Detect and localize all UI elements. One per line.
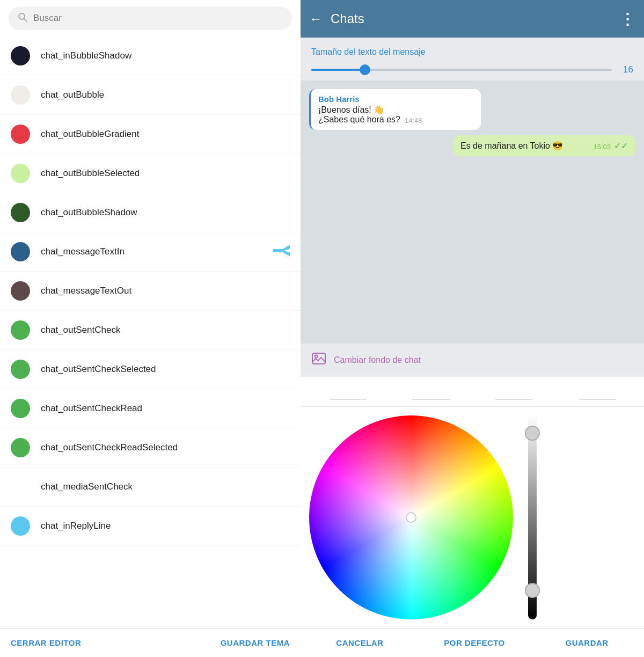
color-picker-section: 179 179 179 255 bbox=[301, 377, 644, 628]
alpha-input[interactable]: 255 bbox=[579, 385, 616, 400]
brightness-slider[interactable] bbox=[522, 415, 543, 619]
color-list-item[interactable]: chat_outSentCheckRead bbox=[0, 389, 301, 428]
rgba-inputs: 179 179 179 255 bbox=[301, 385, 644, 407]
alpha-input-group: 255 bbox=[576, 385, 619, 400]
left-panel: chat_inBubbleShadowchat_outBubblechat_ou… bbox=[0, 0, 301, 657]
color-wheel-container[interactable] bbox=[309, 415, 513, 619]
color-list-item[interactable]: chat_inReplyLine bbox=[0, 507, 301, 546]
green-input[interactable]: 179 bbox=[412, 385, 450, 400]
color-list-item[interactable]: chat_mediaSentCheck bbox=[0, 468, 301, 507]
color-list-item[interactable]: chat_outSentCheck bbox=[0, 311, 301, 350]
blue-input-group: 179 bbox=[493, 385, 536, 400]
more-button[interactable]: ⋮ bbox=[620, 10, 635, 28]
slider-value: 16 bbox=[618, 64, 633, 75]
color-dot bbox=[11, 164, 30, 183]
green-input-group: 179 bbox=[409, 385, 452, 400]
blue-input[interactable]: 179 bbox=[495, 385, 533, 400]
color-dot bbox=[11, 516, 30, 536]
color-list: chat_inBubbleShadowchat_outBubblechat_ou… bbox=[0, 36, 301, 628]
message-line1: ¡Buenos días! 👋 bbox=[318, 105, 473, 115]
settings-section: Tamaño del texto del mensaje 16 bbox=[301, 38, 644, 81]
color-dot bbox=[11, 46, 30, 65]
color-label: chat_inReplyLine bbox=[41, 521, 111, 531]
settings-title: Tamaño del texto del mensaje bbox=[311, 47, 633, 57]
bottom-bar-left: CERRAR EDITOR GUARDAR TEMA bbox=[0, 628, 301, 657]
reply-text: Es de mañana en Tokio 😎 bbox=[460, 141, 590, 151]
text-size-slider-track[interactable] bbox=[311, 69, 612, 71]
cerrar-editor-button[interactable]: CERRAR EDITOR bbox=[11, 638, 81, 647]
color-label: chat_outSentCheckRead bbox=[41, 403, 142, 414]
color-dot bbox=[11, 125, 30, 144]
color-dot bbox=[11, 399, 30, 418]
search-icon bbox=[17, 12, 28, 25]
chat-header: ← Chats ⋮ bbox=[301, 0, 644, 38]
color-label: chat_outSentCheckReadSelected bbox=[41, 442, 178, 453]
color-list-item[interactable]: chat_outSentCheckReadSelected bbox=[0, 428, 301, 468]
color-label: chat_outBubbleSelected bbox=[41, 168, 140, 179]
sender-name: Bob Harris bbox=[318, 94, 473, 104]
picker-area bbox=[301, 407, 644, 628]
color-list-item[interactable]: chat_messageTextIn bbox=[0, 232, 301, 272]
color-list-item[interactable]: chat_outSentCheckSelected bbox=[0, 350, 301, 389]
right-panel: ← Chats ⋮ Tamaño del texto del mensaje 1… bbox=[301, 0, 644, 657]
color-label: chat_outBubbleShadow bbox=[41, 207, 137, 218]
svg-rect-3 bbox=[273, 249, 282, 252]
color-label: chat_mediaSentCheck bbox=[41, 481, 133, 492]
red-input[interactable]: 179 bbox=[329, 385, 367, 400]
arrow-indicator bbox=[273, 243, 290, 260]
svg-point-5 bbox=[315, 355, 318, 358]
color-label: chat_outBubbleGradient bbox=[41, 129, 139, 140]
color-dot bbox=[11, 85, 30, 105]
outgoing-bubble: Es de mañana en Tokio 😎 15:03 ✓✓ bbox=[453, 135, 635, 156]
color-dot bbox=[11, 320, 30, 340]
color-dot bbox=[11, 477, 30, 497]
change-bg-icon bbox=[311, 351, 326, 369]
red-input-group: 179 bbox=[326, 385, 369, 400]
color-label: chat_inBubbleShadow bbox=[41, 50, 131, 61]
color-dot bbox=[11, 203, 30, 222]
color-dot bbox=[11, 438, 30, 457]
color-list-item[interactable]: chat_messageTextOut bbox=[0, 272, 301, 311]
color-label: chat_outSentCheck bbox=[41, 325, 120, 335]
guardar-tema-button[interactable]: GUARDAR TEMA bbox=[221, 638, 290, 647]
brightness-track[interactable] bbox=[528, 415, 537, 619]
color-dot bbox=[11, 242, 30, 261]
back-button[interactable]: ← bbox=[309, 11, 322, 26]
check-marks: ✓✓ bbox=[614, 141, 628, 151]
color-list-item[interactable]: chat_outBubbleGradient bbox=[0, 115, 301, 154]
change-bg-row[interactable]: Cambiar fondo de chat bbox=[301, 344, 644, 377]
brightness-thumb-bottom[interactable] bbox=[525, 583, 540, 598]
color-dot bbox=[11, 281, 30, 301]
color-label: chat_outBubble bbox=[41, 90, 104, 100]
wheel-center-dot bbox=[406, 512, 416, 523]
color-list-item[interactable]: chat_outBubble bbox=[0, 76, 301, 115]
por-defecto-button[interactable]: POR DEFECTO bbox=[444, 638, 505, 647]
color-dot bbox=[11, 360, 30, 379]
color-list-item[interactable]: chat_outBubbleSelected bbox=[0, 154, 301, 193]
brightness-thumb-top[interactable] bbox=[525, 426, 540, 441]
message-time1: 14:48 bbox=[405, 116, 422, 125]
color-list-item[interactable]: chat_inBubbleShadow bbox=[0, 36, 301, 76]
color-label: chat_messageTextIn bbox=[41, 246, 125, 257]
color-list-item[interactable]: chat_outBubbleShadow bbox=[0, 193, 301, 232]
svg-line-1 bbox=[24, 19, 27, 22]
message-line2: ¿Sabes qué hora es? bbox=[318, 115, 400, 125]
message-time2: 15:03 bbox=[593, 143, 611, 151]
chat-preview: Bob Harris ¡Buenos días! 👋 ¿Sabes qué ho… bbox=[301, 81, 644, 344]
svg-rect-4 bbox=[312, 353, 325, 364]
search-input[interactable] bbox=[33, 13, 283, 24]
color-label: chat_messageTextOut bbox=[41, 286, 131, 296]
cancelar-button[interactable]: CANCELAR bbox=[336, 638, 383, 647]
header-title: Chats bbox=[331, 11, 611, 26]
incoming-bubble: Bob Harris ¡Buenos días! 👋 ¿Sabes qué ho… bbox=[309, 89, 481, 130]
change-bg-text: Cambiar fondo de chat bbox=[334, 355, 421, 365]
search-bar bbox=[0, 0, 301, 36]
guardar-button[interactable]: GUARDAR bbox=[565, 638, 608, 647]
bottom-bar-right: CANCELAR POR DEFECTO GUARDAR bbox=[301, 628, 644, 657]
color-label: chat_outSentCheckSelected bbox=[41, 364, 156, 375]
